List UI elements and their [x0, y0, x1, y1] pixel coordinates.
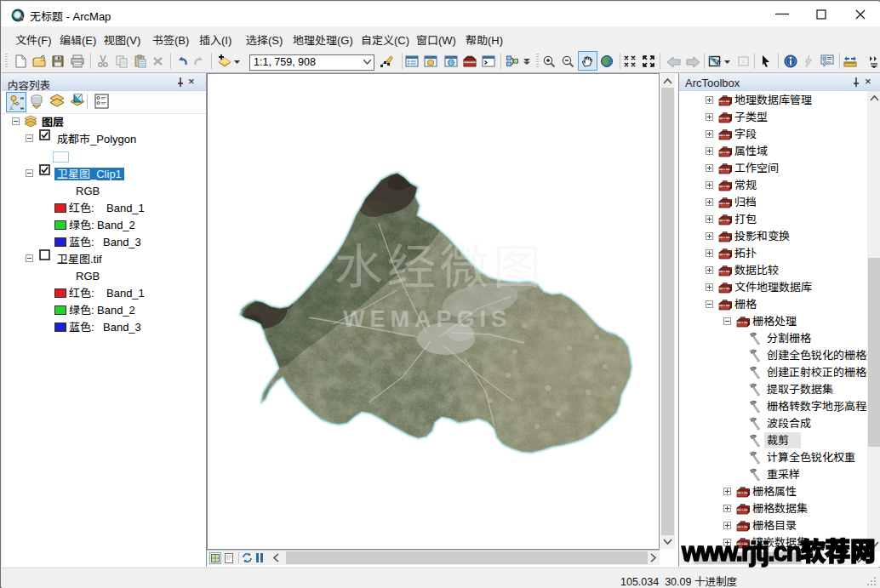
svg-text:水经微图: 水经微图: [334, 228, 546, 298]
svg-text:WEMAPGIS: WEMAPGIS: [343, 306, 511, 332]
